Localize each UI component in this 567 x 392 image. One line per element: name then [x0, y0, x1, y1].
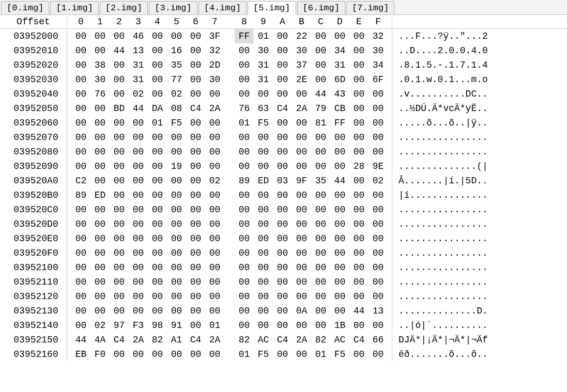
hex-byte[interactable]: 34 [330, 43, 349, 58]
hex-byte[interactable]: 00 [148, 58, 167, 72]
hex-byte[interactable]: 00 [148, 130, 167, 145]
hex-byte[interactable]: 81 [311, 116, 330, 130]
hex-byte[interactable]: 00 [90, 43, 110, 58]
hex-byte[interactable]: 00 [148, 246, 167, 260]
hex-byte[interactable]: 30 [254, 43, 273, 58]
hex-byte[interactable]: FF [235, 29, 254, 43]
hex-byte[interactable]: 00 [148, 43, 167, 58]
hex-byte[interactable]: 2D [205, 58, 224, 72]
hex-byte[interactable]: 00 [330, 188, 349, 202]
hex-byte[interactable]: 66 [369, 333, 388, 347]
hex-byte[interactable]: 97 [110, 318, 129, 333]
hex-byte[interactable]: 00 [110, 202, 129, 217]
hex-row[interactable]: 039520A0C20000000000000289ED039F35440002… [0, 174, 567, 188]
hex-byte[interactable]: 02 [90, 318, 110, 333]
hex-byte[interactable]: 00 [254, 289, 273, 304]
hex-byte[interactable]: 00 [273, 202, 292, 217]
hex-byte[interactable]: C4 [273, 101, 292, 116]
hex-byte[interactable]: 00 [349, 145, 369, 159]
hex-byte[interactable]: 00 [186, 58, 205, 72]
hex-row[interactable]: 0395211000000000000000000000000000000000… [0, 275, 567, 289]
hex-byte[interactable]: 00 [369, 260, 388, 275]
hex-byte[interactable]: 00 [235, 217, 254, 231]
hex-byte[interactable]: 00 [148, 289, 167, 304]
hex-byte[interactable]: 00 [235, 260, 254, 275]
hex-byte[interactable]: 00 [110, 58, 129, 72]
hex-byte[interactable]: 31 [254, 72, 273, 87]
hex-byte[interactable]: 00 [349, 72, 369, 87]
hex-byte[interactable]: 00 [273, 159, 292, 174]
hex-byte[interactable]: 00 [369, 188, 388, 202]
hex-byte[interactable]: 00 [349, 174, 369, 188]
hex-byte[interactable]: 00 [254, 260, 273, 275]
hex-byte[interactable]: 00 [235, 246, 254, 260]
hex-byte[interactable]: 00 [349, 217, 369, 231]
hex-byte[interactable]: 00 [110, 87, 129, 101]
hex-byte[interactable]: 00 [254, 145, 273, 159]
hex-byte[interactable]: 00 [292, 188, 311, 202]
hex-byte[interactable]: 00 [311, 159, 330, 174]
hex-byte[interactable]: 01 [205, 318, 224, 333]
hex-byte[interactable]: C4 [349, 333, 369, 347]
hex-byte[interactable]: 00 [330, 29, 349, 43]
hex-byte[interactable]: 00 [167, 188, 186, 202]
hex-byte[interactable]: 79 [311, 101, 330, 116]
hex-byte[interactable]: 00 [148, 174, 167, 188]
hex-byte[interactable]: 00 [205, 304, 224, 318]
hex-byte[interactable]: 00 [369, 289, 388, 304]
hex-byte[interactable]: 00 [369, 318, 388, 333]
hex-byte[interactable]: 00 [71, 58, 90, 72]
hex-byte[interactable]: 00 [186, 246, 205, 260]
hex-byte[interactable]: 00 [235, 58, 254, 72]
hex-byte[interactable]: A1 [167, 333, 186, 347]
hex-byte[interactable]: 00 [292, 159, 311, 174]
hex-byte[interactable]: 00 [148, 231, 167, 246]
hex-byte[interactable]: ED [90, 188, 110, 202]
hex-byte[interactable]: 00 [330, 145, 349, 159]
hex-byte[interactable]: 00 [349, 318, 369, 333]
hex-byte[interactable]: 00 [330, 217, 349, 231]
hex-byte[interactable]: 00 [186, 275, 205, 289]
hex-byte[interactable]: 00 [186, 87, 205, 101]
hex-byte[interactable]: 00 [205, 188, 224, 202]
hex-byte[interactable]: 00 [148, 347, 167, 362]
hex-byte[interactable]: 00 [235, 159, 254, 174]
hex-byte[interactable]: 00 [254, 188, 273, 202]
hex-byte[interactable]: ED [254, 174, 273, 188]
hex-byte[interactable]: 00 [110, 275, 129, 289]
hex-byte[interactable]: 00 [129, 260, 148, 275]
hex-byte[interactable]: 00 [186, 174, 205, 188]
hex-byte[interactable]: 00 [110, 174, 129, 188]
hex-byte[interactable]: 00 [167, 130, 186, 145]
hex-byte[interactable]: 6D [330, 72, 349, 87]
hex-byte[interactable]: 00 [254, 202, 273, 217]
hex-byte[interactable]: 2A [205, 101, 224, 116]
hex-byte[interactable]: 00 [167, 145, 186, 159]
hex-byte[interactable]: FF [330, 116, 349, 130]
hex-byte[interactable]: C4 [186, 101, 205, 116]
hex-byte[interactable]: 00 [311, 260, 330, 275]
hex-byte[interactable]: AC [254, 333, 273, 347]
hex-byte[interactable]: 00 [186, 202, 205, 217]
hex-byte[interactable]: 00 [129, 202, 148, 217]
hex-byte[interactable]: 02 [129, 87, 148, 101]
hex-row[interactable]: 039520B089ED0000000000000000000000000000… [0, 188, 567, 202]
tab-4[interactable]: [4.img] [198, 1, 247, 14]
hex-byte[interactable]: F5 [254, 347, 273, 362]
hex-byte[interactable]: 08 [167, 101, 186, 116]
hex-byte[interactable]: 30 [90, 72, 110, 87]
hex-byte[interactable]: 00 [110, 130, 129, 145]
hex-byte[interactable]: 00 [148, 275, 167, 289]
hex-byte[interactable]: 37 [292, 58, 311, 72]
hex-row[interactable]: 0395204000760002000200000000000044430000… [0, 87, 567, 101]
hex-byte[interactable]: 00 [129, 275, 148, 289]
hex-byte[interactable]: 00 [292, 87, 311, 101]
hex-byte[interactable]: 00 [71, 318, 90, 333]
hex-byte[interactable]: 00 [273, 275, 292, 289]
hex-byte[interactable]: 00 [71, 159, 90, 174]
hex-byte[interactable]: 31 [129, 72, 148, 87]
hex-row[interactable]: 0395208000000000000000000000000000000000… [0, 145, 567, 159]
hex-byte[interactable]: 00 [71, 116, 90, 130]
hex-byte[interactable]: 76 [235, 101, 254, 116]
hex-byte[interactable]: 00 [235, 188, 254, 202]
